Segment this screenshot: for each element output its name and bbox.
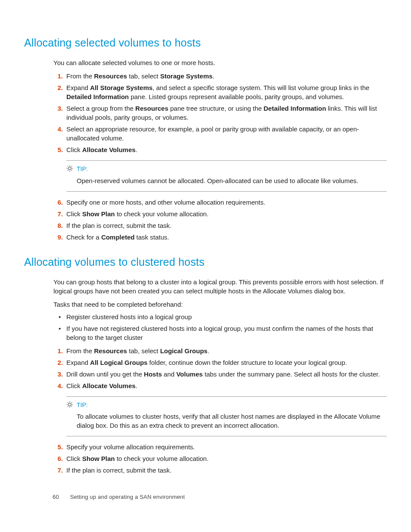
bold-text: Allocate Volumes	[82, 382, 136, 389]
section-1: You can allocate selected volumes to one…	[24, 58, 387, 242]
list-item: 3.Drill down until you get the Hosts and…	[53, 370, 387, 379]
bold-text: Resources	[135, 105, 168, 112]
list-item-text: If you have not registered clustered hos…	[66, 325, 373, 341]
list-item-text: Click Allocate Volumes.	[66, 146, 137, 153]
section2-steps-b: 5.Specify your volume allocation require…	[53, 442, 387, 475]
bold-text: Resources	[94, 72, 127, 80]
bold-text: Show Plan	[82, 455, 115, 462]
svg-line-17	[72, 402, 72, 402]
step-number: 1.	[53, 346, 63, 355]
section1-intro: You can allocate selected volumes to one…	[53, 58, 387, 67]
step-number: 1.	[53, 72, 63, 81]
page-number: 60	[53, 494, 59, 500]
section2-bullets: Register clustered hosts into a logical …	[53, 312, 387, 342]
list-item: 2.Expand All Storage Systems, and select…	[53, 83, 387, 101]
svg-line-7	[68, 170, 68, 171]
lightbulb-icon	[66, 401, 73, 408]
section2-intro: You can group hosts that belong to a clu…	[53, 277, 387, 296]
section1-steps-a: 1.From the Resources tab, select Storage…	[53, 72, 387, 154]
step-number: 4.	[53, 124, 63, 134]
list-item-text: From the Resources tab, select Logical G…	[66, 347, 209, 355]
tasks-label: Tasks that need to be completed beforeha…	[53, 300, 387, 309]
tip-label: TIP:	[77, 165, 88, 172]
list-item: 1.From the Resources tab, select Logical…	[53, 346, 387, 355]
list-item-text: Expand All Logical Groups folder, contin…	[66, 359, 347, 366]
step-number: 7.	[53, 466, 63, 475]
section-2: You can group hosts that belong to a clu…	[24, 277, 387, 475]
list-item-text: Check for a Completed task status.	[66, 233, 169, 241]
list-item-text: Select an appropriate resource, for exam…	[66, 125, 359, 142]
step-number: 3.	[53, 370, 63, 379]
svg-line-14	[68, 402, 68, 402]
list-item: 7.Click Show Plan to check your volume a…	[53, 209, 387, 218]
step-number: 2.	[53, 358, 63, 367]
tip-label: TIP:	[77, 401, 88, 408]
tip-block-2: TIP: To allocate volumes to cluster host…	[66, 396, 387, 437]
list-item: 2.Expand All Logical Groups folder, cont…	[53, 358, 387, 367]
svg-line-16	[68, 406, 68, 406]
section1-steps-b: 6.Specify one or more hosts, and other v…	[53, 198, 387, 242]
list-item: If you have not registered clustered hos…	[53, 324, 387, 342]
bold-text: Storage Systems	[160, 72, 213, 80]
step-number: 4.	[53, 381, 63, 390]
list-item-text: If the plan is correct, submit the task.	[66, 467, 171, 474]
step-number: 3.	[53, 104, 63, 113]
list-item-text: If the plan is correct, submit the task.	[66, 222, 171, 229]
bold-text: Logical Groups	[160, 347, 208, 355]
list-item: 5.Click Allocate Volumes.	[53, 145, 387, 154]
list-item-text: Select a group from the Resources pane t…	[66, 105, 377, 121]
list-item: 7.If the plan is correct, submit the tas…	[53, 466, 387, 475]
bold-text: All Storage Systems	[90, 84, 153, 91]
tip-heading: TIP:	[66, 401, 387, 410]
bold-text: Hosts	[144, 370, 162, 378]
bold-text: Completed	[101, 233, 135, 241]
tip-body: Open-reserved volumes cannot be allocate…	[66, 176, 387, 185]
list-item-text: Specify one or more hosts, and other vol…	[66, 199, 265, 206]
step-number: 6.	[53, 454, 63, 463]
section-heading-1: Allocating selected volumes to hosts	[24, 35, 387, 50]
bold-text: Detailed Information	[264, 105, 326, 112]
step-number: 6.	[53, 198, 63, 207]
list-item: 6.Specify one or more hosts, and other v…	[53, 198, 387, 207]
svg-line-5	[68, 166, 68, 167]
bold-text: Volumes	[176, 370, 202, 378]
list-item: 1.From the Resources tab, select Storage…	[53, 72, 387, 81]
section2-steps-a: 1.From the Resources tab, select Logical…	[53, 346, 387, 390]
svg-point-9	[68, 403, 72, 406]
list-item-text: Expand All Storage Systems, and select a…	[66, 84, 369, 100]
list-item: 9.Check for a Completed task status.	[53, 233, 387, 242]
step-number: 5.	[53, 442, 63, 451]
list-item: 6.Click Show Plan to check your volume a…	[53, 454, 387, 463]
section-heading-2: Allocating volumes to clustered hosts	[24, 255, 387, 270]
tip-body: To allocate volumes to cluster hosts, ve…	[66, 412, 387, 430]
list-item-text: Drill down until you get the Hosts and V…	[66, 370, 380, 378]
list-item: 5.Specify your volume allocation require…	[53, 442, 387, 451]
tip-heading: TIP:	[66, 165, 387, 174]
step-number: 2.	[53, 83, 63, 92]
svg-line-15	[72, 406, 72, 406]
list-item-text: Click Allocate Volumes.	[66, 382, 137, 389]
list-item: 4.Click Allocate Volumes.	[53, 381, 387, 390]
list-item-text: Register clustered hosts into a logical …	[66, 313, 192, 320]
list-item-text: Click Show Plan to check your volume all…	[66, 210, 209, 218]
bold-text: All Logical Groups	[90, 359, 147, 366]
list-item-text: Specify your volume allocation requireme…	[66, 443, 195, 451]
list-item: 8.If the plan is correct, submit the tas…	[53, 221, 387, 230]
step-number: 9.	[53, 233, 63, 242]
list-item-text: Click Show Plan to check your volume all…	[66, 455, 209, 462]
bold-text: Show Plan	[82, 210, 115, 218]
svg-point-0	[68, 167, 72, 170]
list-item: Register clustered hosts into a logical …	[53, 312, 387, 321]
svg-line-8	[72, 166, 72, 167]
step-number: 7.	[53, 209, 63, 218]
bold-text: Allocate Volumes	[82, 146, 136, 153]
step-number: 5.	[53, 145, 63, 154]
list-item: 3.Select a group from the Resources pane…	[53, 104, 387, 122]
bold-text: Resources	[94, 347, 127, 355]
bold-text: Detailed Information	[66, 93, 129, 100]
step-number: 8.	[53, 221, 63, 230]
page-footer: 60 Setting up and operating a SAN enviro…	[0, 493, 411, 501]
lightbulb-icon	[66, 165, 73, 172]
tip-block-1: TIP: Open-reserved volumes cannot be all…	[66, 160, 387, 192]
list-item: 4.Select an appropriate resource, for ex…	[53, 124, 387, 143]
